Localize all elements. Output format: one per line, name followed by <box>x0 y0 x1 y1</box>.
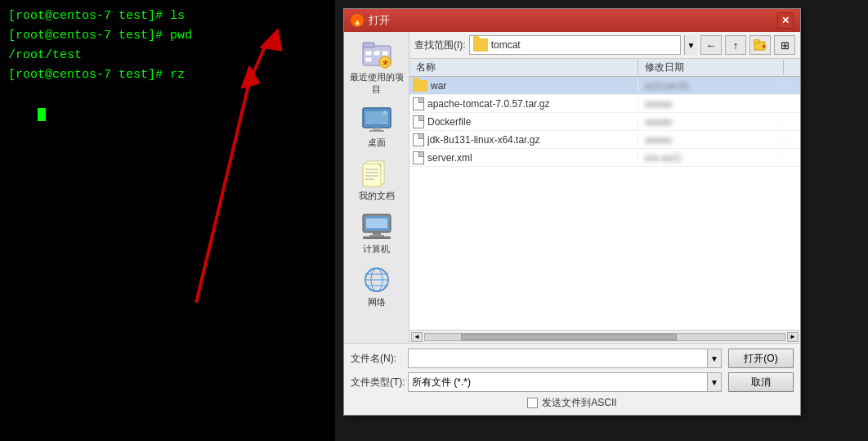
svg-point-17 <box>383 110 387 115</box>
dialog-bottom: 文件名(N): ▼ 打开(O) 文件类型(T): ▼ 取消 发送文件到ASCII <box>344 343 800 415</box>
open-file-dialog: 🔥 打开 ✕ <box>343 8 801 416</box>
svg-rect-44 <box>754 39 759 43</box>
mydocs-icon <box>360 159 393 188</box>
file-name-jdk: jdk-8u131-linux-x64.tar.gz <box>409 133 638 146</box>
file-icon-server-xml <box>413 151 424 164</box>
svg-rect-35 <box>366 218 387 228</box>
sidebar-item-mydocs[interactable]: 我的文档 <box>347 155 406 205</box>
computer-icon <box>360 212 393 241</box>
ascii-row: 发送文件到ASCII <box>351 396 794 410</box>
sidebar-item-desktop[interactable]: 桌面 <box>347 102 406 152</box>
view-btn[interactable]: ⊞ <box>774 35 795 55</box>
scrollbar-horizontal: ◄ ► <box>409 330 800 343</box>
network-icon <box>360 265 393 295</box>
col-header-date: 修改日期 <box>638 61 784 74</box>
svg-text:+: + <box>762 43 766 51</box>
svg-rect-8 <box>382 51 388 56</box>
path-dropdown[interactable]: ▼ <box>684 35 697 55</box>
terminal-line-1: [root@centos-7 test]# ls <box>8 7 327 26</box>
filetype-row: 文件类型(T): ▼ 取消 <box>351 372 794 392</box>
filetype-dropdown[interactable]: ▼ <box>707 372 722 392</box>
dialog-body: ★ 最近使用的项目 <box>344 32 800 343</box>
mydocs-label: 我的文档 <box>359 190 395 202</box>
dialog-sidebar: ★ 最近使用的项目 <box>344 32 409 343</box>
filename-label: 文件名(N): <box>351 352 408 366</box>
file-item-jdk[interactable]: jdk-8u131-linux-x64.tar.gz ●●●●● <box>409 131 800 149</box>
file-item-tomcat[interactable]: apache-tomcat-7.0.57.tar.gz ●●●●● <box>409 95 800 113</box>
file-date-tomcat: ●●●●● <box>638 99 784 109</box>
sidebar-item-computer[interactable]: 计算机 <box>347 209 406 259</box>
cancel-button[interactable]: 取消 <box>728 372 794 392</box>
file-name-server-xml: server.xml <box>409 151 638 164</box>
svg-rect-7 <box>374 51 380 56</box>
file-name-war: war <box>409 80 638 92</box>
ascii-label: 发送文件到ASCII <box>542 396 616 410</box>
svg-rect-9 <box>365 57 372 62</box>
filetype-input-wrapper: ▼ <box>408 372 722 392</box>
dialog-titlebar: 🔥 打开 ✕ <box>344 9 800 32</box>
main-content: 查找范围(I): tomcat ▼ ← ↑ + <box>409 32 800 343</box>
folder-icon-small <box>473 38 488 52</box>
scroll-right-btn[interactable]: ► <box>787 332 799 342</box>
ascii-checkbox[interactable] <box>527 398 538 408</box>
recent-label: 最近使用的项目 <box>349 71 405 96</box>
file-item-war[interactable]: war ●/3/1●●:00 <box>409 77 800 95</box>
filename-input[interactable] <box>408 349 707 368</box>
dialog-app-icon: 🔥 <box>351 14 364 27</box>
terminal-line-3: /root/test <box>8 46 327 65</box>
filetype-label: 文件类型(T): <box>351 376 408 389</box>
svg-rect-5 <box>363 43 374 47</box>
nav-back-btn[interactable]: ← <box>700 35 722 55</box>
dialog-close-button[interactable]: ✕ <box>777 12 794 29</box>
cursor-block <box>38 108 46 121</box>
file-icon-tomcat <box>413 97 424 110</box>
title-left: 🔥 打开 <box>351 13 390 28</box>
sidebar-item-recent[interactable]: ★ 最近使用的项目 <box>347 37 406 99</box>
file-date-server-xml: ●/● ●●22 <box>638 153 784 163</box>
svg-text:★: ★ <box>381 58 389 67</box>
file-name-tomcat: apache-tomcat-7.0.57.tar.gz <box>409 97 638 110</box>
path-text: tomcat <box>491 39 521 51</box>
scroll-track[interactable] <box>424 333 785 341</box>
file-date-dockerfile: ●●●●● <box>638 117 784 127</box>
terminal-line-2: [root@centos-7 test]# pwd <box>8 26 327 46</box>
desktop-label: 桌面 <box>368 137 386 149</box>
folder-icon-war <box>413 80 427 92</box>
path-box: tomcat <box>469 35 681 55</box>
desktop-icon <box>360 106 393 135</box>
computer-label: 计算机 <box>363 243 390 255</box>
terminal-cursor-line <box>8 85 327 144</box>
dialog-area: 🔥 打开 ✕ <box>335 0 868 441</box>
nav-up-btn[interactable]: ↑ <box>725 35 746 55</box>
col-header-name: 名称 <box>409 61 638 74</box>
svg-rect-6 <box>365 51 372 56</box>
filename-input-wrapper: ▼ <box>408 349 722 368</box>
new-folder-btn[interactable]: + <box>749 35 771 55</box>
svg-rect-42 <box>365 269 389 290</box>
file-icon-jdk <box>413 133 424 146</box>
filename-row: 文件名(N): ▼ 打开(O) <box>351 349 794 368</box>
scroll-left-btn[interactable]: ◄ <box>411 332 423 342</box>
open-button[interactable]: 打开(O) <box>728 349 794 368</box>
file-date-jdk: ●●●●● <box>638 135 784 145</box>
svg-rect-24 <box>363 164 381 187</box>
file-list: war ●/3/1●●:00 apache-tomcat-7.0.57.tar.… <box>409 77 800 330</box>
filename-dropdown[interactable]: ▼ <box>707 349 722 368</box>
file-name-dockerfile: Dockerfile <box>409 115 638 128</box>
file-item-server-xml[interactable]: server.xml ●/● ●●22 <box>409 149 800 167</box>
recent-icon: ★ <box>360 40 393 70</box>
toolbar-label: 查找范围(I): <box>414 38 466 52</box>
svg-rect-33 <box>369 235 384 236</box>
file-date-war: ●/3/1●●:00 <box>638 81 784 91</box>
dialog-title: 打开 <box>369 13 390 28</box>
terminal: [root@centos-7 test]# ls [root@centos-7 … <box>0 0 335 441</box>
sidebar-item-network[interactable]: 网络 <box>347 262 406 312</box>
file-item-dockerfile[interactable]: Dockerfile ●●●●● <box>409 113 800 131</box>
network-label: 网络 <box>368 296 386 308</box>
scroll-thumb <box>461 334 677 340</box>
svg-rect-34 <box>363 236 391 239</box>
file-list-header: 名称 修改日期 <box>409 59 800 77</box>
svg-rect-15 <box>369 130 384 132</box>
toolbar: 查找范围(I): tomcat ▼ ← ↑ + <box>409 32 800 59</box>
filetype-input[interactable] <box>408 372 707 392</box>
